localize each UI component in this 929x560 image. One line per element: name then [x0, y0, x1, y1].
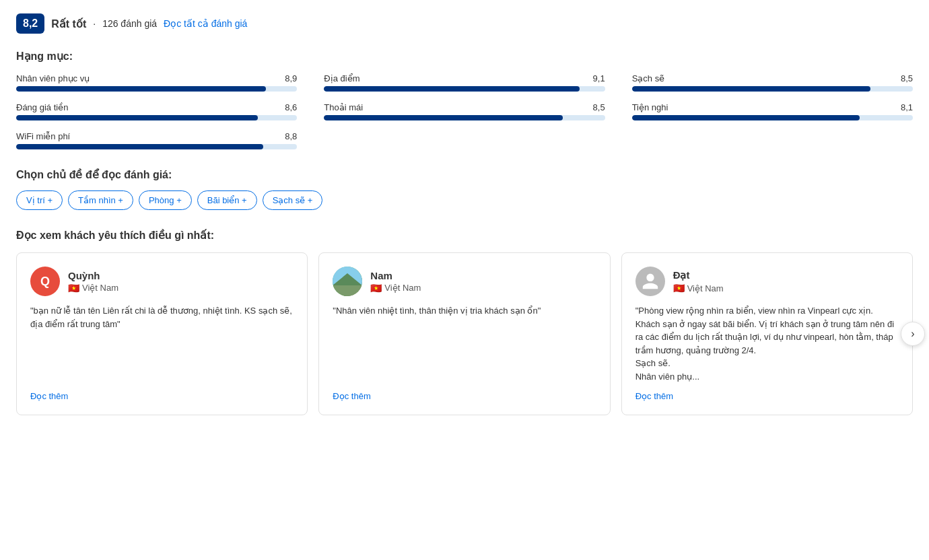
reviews-section: Đọc xem khách yêu thích điều gì nhất: QQ…: [16, 229, 913, 415]
progress-bar-fill-3: [16, 115, 258, 120]
category-name-5: Tiện nghi: [632, 102, 668, 112]
reviewer-country-name-0: Việt Nam: [82, 283, 118, 293]
topic-tag-1[interactable]: Tầm nhìn +: [68, 190, 133, 210]
reviewer-info-2: Đạt🇻🇳Việt Nam: [635, 267, 899, 296]
category-score-4: 8,5: [593, 102, 605, 112]
category-item-0: Nhân viên phục vụ8,9: [16, 73, 297, 92]
category-score-6: 8,8: [285, 131, 297, 141]
progress-bar-container-1: [324, 86, 605, 92]
progress-bar-fill-4: [324, 115, 563, 120]
progress-bar-container-0: [16, 86, 297, 92]
reviewer-flag-1: 🇻🇳: [370, 283, 382, 293]
progress-bar-fill-5: [632, 115, 860, 120]
category-name-0: Nhân viên phục vụ: [16, 73, 90, 83]
score-separator: ·: [93, 18, 96, 29]
topic-tag-2[interactable]: Phòng +: [139, 190, 192, 210]
categories-grid: Nhân viên phục vụ8,9Địa điểm9,1Sạch sẽ8,…: [16, 73, 913, 149]
reviews-section-title: Đọc xem khách yêu thích điều gì nhất:: [16, 229, 913, 242]
reviewer-country-name-1: Việt Nam: [384, 283, 421, 293]
category-score-1: 9,1: [593, 73, 605, 83]
topic-section: Chọn chủ đề để đọc đánh giá: Vị trí +Tầm…: [16, 168, 913, 210]
review-text-1: "Nhân viên nhiệt tình, thân thiện vị tri…: [333, 304, 596, 383]
category-item-4: Thoải mái8,5: [324, 102, 605, 120]
reviewer-name-2: Đạt: [673, 269, 724, 281]
reviewer-info-1: Nam🇻🇳Việt Nam: [333, 267, 596, 296]
reviewer-details-2: Đạt🇻🇳Việt Nam: [673, 269, 724, 293]
read-more-link-2[interactable]: Đọc thêm: [635, 391, 899, 401]
reviewer-name-1: Nam: [370, 270, 421, 281]
reviews-grid: QQuỳnh🇻🇳Việt Nam"bạn nữ lễ tân tên Liên …: [16, 252, 913, 415]
category-item-6: WiFi miễn phí8,8: [16, 131, 297, 149]
review-card-1: Nam🇻🇳Việt Nam"Nhân viên nhiệt tình, thân…: [318, 252, 610, 415]
categories-title: Hạng mục:: [16, 50, 913, 63]
category-score-2: 8,5: [901, 73, 913, 83]
category-item-5: Tiện nghi8,1: [632, 102, 913, 120]
reviewer-country-2: 🇻🇳Việt Nam: [673, 283, 724, 293]
reviewer-details-0: Quỳnh🇻🇳Việt Nam: [68, 270, 118, 293]
progress-bar-container-2: [632, 86, 913, 92]
score-count: 126 đánh giá: [102, 18, 157, 29]
category-name-3: Đáng giá tiền: [16, 102, 68, 112]
category-score-0: 8,9: [285, 73, 297, 83]
score-header: 8,2 Rất tốt · 126 đánh giá Đọc tất cả đá…: [16, 13, 913, 34]
reviewer-name-0: Quỳnh: [68, 270, 118, 281]
progress-bar-container-4: [324, 115, 605, 120]
topic-tag-3[interactable]: Bãi biển +: [197, 190, 257, 210]
review-card-0: QQuỳnh🇻🇳Việt Nam"bạn nữ lễ tân tên Liên …: [16, 252, 308, 415]
category-item-2: Sạch sẽ8,5: [632, 73, 913, 92]
category-item-1: Địa điểm9,1: [324, 73, 605, 92]
reviews-container: QQuỳnh🇻🇳Việt Nam"bạn nữ lễ tân tên Liên …: [16, 252, 913, 415]
reviewer-avatar-1: [333, 267, 362, 296]
topic-tags: Vị trí +Tầm nhìn +Phòng +Bãi biển +Sạch …: [16, 190, 913, 210]
progress-bar-fill-2: [632, 86, 871, 92]
reviewer-info-0: QQuỳnh🇻🇳Việt Nam: [30, 267, 294, 296]
reviewer-avatar-0: Q: [30, 267, 60, 296]
read-all-reviews-link[interactable]: Đọc tất cả đánh giá: [164, 18, 247, 29]
progress-bar-fill-1: [324, 86, 580, 92]
topic-subtitle: Chọn chủ đề để đọc đánh giá:: [16, 168, 913, 181]
read-more-link-0[interactable]: Đọc thêm: [30, 391, 294, 401]
category-name-6: WiFi miễn phí: [16, 131, 70, 141]
topic-tag-0[interactable]: Vị trí +: [16, 190, 63, 210]
progress-bar-container-5: [632, 115, 913, 120]
progress-bar-fill-6: [16, 144, 263, 149]
category-name-2: Sạch sẽ: [632, 73, 665, 83]
category-score-3: 8,6: [285, 102, 297, 112]
read-more-link-1[interactable]: Đọc thêm: [333, 391, 596, 401]
reviewer-country-0: 🇻🇳Việt Nam: [68, 283, 118, 293]
category-score-5: 8,1: [901, 102, 913, 112]
progress-bar-container-3: [16, 115, 297, 120]
reviewer-country-name-2: Việt Nam: [687, 283, 724, 293]
topic-tag-4[interactable]: Sạch sẽ +: [263, 190, 323, 210]
score-badge: 8,2: [16, 13, 44, 34]
reviewer-country-1: 🇻🇳Việt Nam: [370, 283, 421, 293]
category-name-1: Địa điểm: [324, 73, 359, 83]
reviewer-flag-0: 🇻🇳: [68, 283, 79, 293]
reviewer-avatar-2: [635, 267, 665, 296]
category-name-4: Thoải mái: [324, 102, 363, 112]
reviewer-details-1: Nam🇻🇳Việt Nam: [370, 270, 421, 293]
category-item-3: Đáng giá tiền8,6: [16, 102, 297, 120]
review-text-2: "Phòng view rộng nhìn ra biển, view nhìn…: [635, 304, 899, 383]
progress-bar-container-6: [16, 144, 297, 149]
review-card-2: Đạt🇻🇳Việt Nam"Phòng view rộng nhìn ra bi…: [621, 252, 913, 415]
progress-bar-fill-0: [16, 86, 266, 92]
svg-rect-2: [333, 285, 362, 296]
next-arrow-button[interactable]: ›: [901, 322, 925, 346]
review-text-0: "bạn nữ lễ tân tên Liên rất chi là dễ th…: [30, 304, 294, 383]
score-label: Rất tốt: [51, 18, 86, 30]
reviewer-flag-2: 🇻🇳: [673, 283, 685, 293]
